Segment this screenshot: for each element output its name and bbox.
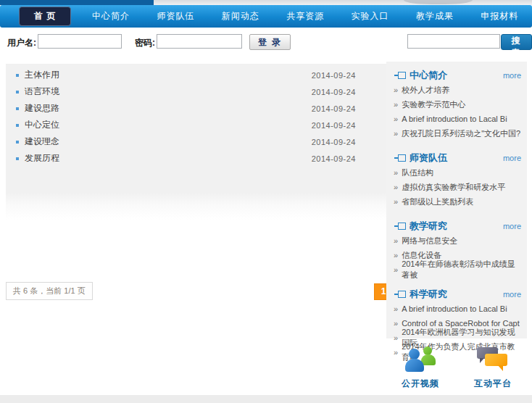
news-title-link[interactable]: 语言环境 [25,86,59,98]
sidebar-link[interactable]: A brief introduction to Lacal Bi [394,112,521,126]
search-button[interactable]: 搜 索 [501,34,532,50]
sidebar-section-title[interactable]: 中心简介 [410,69,503,82]
login-bar: 用户名: 密码: 登 录 搜 索 [0,33,532,52]
banner-strip-left [0,0,154,5]
news-date: 2014-09-24 [312,88,356,96]
more-link[interactable]: more [503,290,521,299]
sidebar-section: 中心简介more校外人才培养实验教学示范中心A brief introducti… [394,67,521,141]
banner-strip [0,0,532,5]
news-title-link[interactable]: 建设思路 [25,102,59,115]
arrow-box-icon [398,291,406,298]
chat-bubble-front-tail [498,365,503,371]
sidebar-section-title[interactable]: 科学研究 [410,288,503,301]
bullet-icon [16,124,19,127]
sidebar-link[interactable]: 2014年在师德表彰活动中成绩显著被 [394,262,521,277]
password-label: 密码: [135,37,155,49]
quick-links: 公开视频互动平台 [395,346,518,390]
arrow-box-icon [398,154,406,162]
list-item[interactable]: 语言环境2014-09-24 [6,83,391,100]
news-date: 2014-09-24 [312,154,356,163]
chat-bubbles-icon [476,346,510,374]
banner-book-shape [404,0,473,4]
list-item[interactable]: 建设理念2014-09-24 [6,133,391,150]
person-blue-body [405,359,424,372]
username-input[interactable] [38,34,122,49]
news-list: 主体作用2014-09-24语言环境2014-09-24建设思路2014-09-… [6,64,391,220]
sidebar-section: 教学研究more网络与信息安全信息化设备2014年在师德表彰活动中成绩显著被 [394,218,521,277]
sidebar-section: 师资队伍more队伍结构虚拟仿真实验教学和研发水平省部级以上奖励列表 [394,150,521,209]
nav-item[interactable]: 申报材料 [467,10,532,22]
nav-item[interactable]: 新闻动态 [208,10,273,22]
username-label: 用户名: [7,37,36,49]
sidebar-link[interactable]: 实验教学示范中心 [394,97,521,112]
password-input[interactable] [157,34,242,49]
more-link[interactable]: more [503,154,521,162]
nav-item[interactable]: 首 页 [19,7,71,26]
news-date: 2014-09-24 [312,121,356,130]
arrow-box-icon [398,223,406,230]
news-title-link[interactable]: 发展历程 [25,152,59,165]
list-item[interactable]: 主体作用2014-09-24 [6,67,391,83]
sidebar-section-title[interactable]: 师资队伍 [410,151,503,165]
people-icon [404,346,437,374]
sidebar-section-header: 教学研究more [394,218,521,233]
quick-link[interactable]: 公开视频 [395,346,446,390]
chat-bubble-front [485,354,507,366]
bullet-icon [16,74,19,77]
quick-link[interactable]: 互动平台 [467,346,518,390]
sidebar-link[interactable]: 队伍结构 [394,165,521,180]
bullet-icon [16,107,19,110]
sidebar-link[interactable]: 庆祝孔院日系列活动之"文化中国? [394,126,521,141]
sidebar-section-header: 科学研究more [394,286,521,302]
news-title-link[interactable]: 中心定位 [25,119,59,131]
nav-item[interactable]: 中心简介 [78,10,143,22]
quick-link-label[interactable]: 互动平台 [474,378,512,390]
sidebar-section-header: 师资队伍more [394,150,521,165]
list-item[interactable]: 发展历程2014-09-24 [6,150,391,167]
news-date: 2014-09-24 [312,71,356,80]
nav-item[interactable]: 教学成果 [402,10,467,22]
login-button[interactable]: 登 录 [249,34,291,50]
news-date: 2014-09-24 [312,138,356,146]
nav-item[interactable]: 共享资源 [273,10,337,22]
sidebar-link[interactable]: 校外人才培养 [394,83,521,97]
quick-link-label[interactable]: 公开视频 [402,378,439,390]
pagination-summary: 共 6 条，当前 1/1 页 [6,282,93,300]
list-item[interactable]: 建设思路2014-09-24 [6,100,391,117]
banner-strip-right [154,0,532,5]
news-date: 2014-09-24 [312,104,356,113]
search-input[interactable] [407,34,500,49]
footer-bar [0,395,532,403]
sidebar: 中心简介more校外人才培养实验教学示范中心A brief introducti… [386,62,527,338]
bullet-icon [16,91,19,94]
sidebar-link[interactable]: 网络与信息安全 [394,233,521,248]
sidebar-link[interactable]: 省部级以上奖励列表 [394,194,521,209]
arrow-box-icon [398,72,406,79]
bullet-icon [16,141,19,144]
person-blue-head [409,349,420,360]
more-link[interactable]: more [503,222,521,230]
list-item[interactable]: 中心定位2014-09-24 [6,117,391,133]
nav-item[interactable]: 师资队伍 [144,10,208,22]
more-link[interactable]: more [503,71,521,80]
news-title-link[interactable]: 主体作用 [25,69,59,81]
sidebar-section-header: 中心简介more [394,67,521,83]
chat-bubble-back-tail [480,358,484,363]
bullet-icon [16,157,19,160]
sidebar-section-title[interactable]: 教学研究 [410,220,503,233]
nav-item[interactable]: 实验入口 [338,10,402,22]
sidebar-link[interactable]: A brief introduction to Lacal Bi [394,302,521,316]
news-title-link[interactable]: 建设理念 [25,136,59,148]
sidebar-link[interactable]: 虚拟仿真实验教学和研发水平 [394,180,521,194]
nav-bar: 首 页中心简介师资队伍新闻动态共享资源实验入口教学成果申报材料 [0,5,532,28]
